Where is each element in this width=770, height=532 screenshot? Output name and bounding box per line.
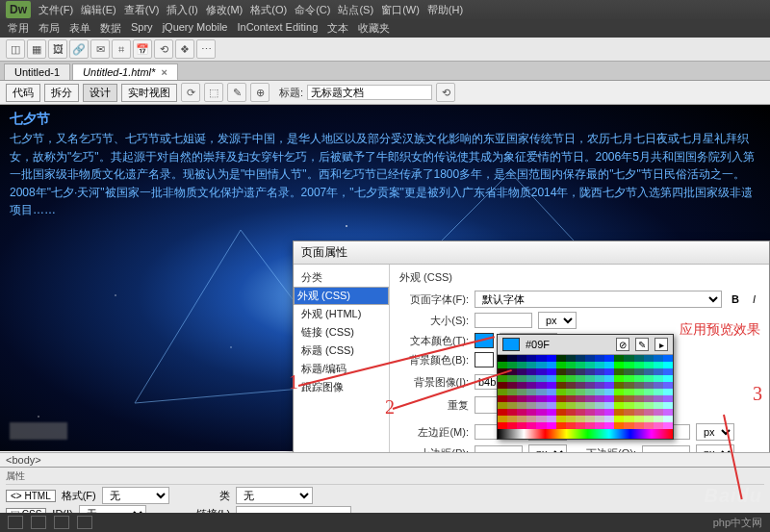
cat-form[interactable]: 表单 bbox=[69, 21, 90, 36]
tool-btn[interactable]: 🖼 bbox=[48, 39, 67, 59]
document-view-bar: 代码 拆分 设计 实时视图 ⟳ ⬚ ✎ ⊕ 标题: ⟲ bbox=[0, 81, 770, 105]
brand-watermark: php中文网 bbox=[713, 516, 762, 530]
category-item[interactable]: 外观 (HTML) bbox=[294, 305, 389, 323]
menu-help[interactable]: 帮助(H) bbox=[427, 3, 463, 17]
file-tab[interactable]: Untitled-1.html*× bbox=[72, 63, 178, 80]
censored-region bbox=[10, 422, 67, 440]
cat-spry[interactable]: Spry bbox=[131, 21, 153, 36]
insert-category-bar: 常用 布局 表单 数据 Spry jQuery Mobile InContext… bbox=[0, 19, 770, 38]
toolbar-icon[interactable]: ⟳ bbox=[181, 83, 200, 102]
mode-html-button[interactable]: <> HTML bbox=[6, 490, 56, 502]
color-picker-popup: #09F ⊘ ✎ ▸ bbox=[497, 334, 674, 440]
bar-icon[interactable] bbox=[54, 516, 69, 529]
file-tab-label: Untitled-1.html* bbox=[83, 66, 155, 78]
none-icon[interactable]: ⊘ bbox=[616, 338, 629, 351]
bar-icon[interactable] bbox=[8, 516, 23, 529]
textcolor-label: 文本颜色(T): bbox=[399, 334, 469, 348]
font-family-select[interactable]: 默认字体 bbox=[475, 291, 722, 308]
inspector-title: 属性 bbox=[6, 469, 764, 485]
cat-layout[interactable]: 布局 bbox=[38, 21, 60, 36]
menu-site[interactable]: 站点(S) bbox=[338, 3, 373, 17]
page-title-input[interactable] bbox=[307, 85, 432, 100]
dialog-title: 页面属性 bbox=[294, 241, 769, 265]
app-menubar: Dw 文件(F) 编辑(E) 查看(V) 插入(I) 修改(M) 格式(O) 命… bbox=[0, 0, 770, 19]
file-tab-label: Untitled-1 bbox=[14, 66, 60, 78]
category-item[interactable]: 跟踪图像 bbox=[294, 378, 389, 396]
menu-window[interactable]: 窗口(W) bbox=[381, 3, 420, 17]
class-label: 类 bbox=[219, 489, 230, 503]
menu-modify[interactable]: 修改(M) bbox=[206, 3, 244, 17]
view-live-button[interactable]: 实时视图 bbox=[121, 84, 177, 102]
insert-toolbar: ◫ ▦ 🖼 🔗 ✉ ⌗ 📅 ⟲ ❖ ⋯ bbox=[0, 38, 770, 62]
bottom-bar: php中文网 bbox=[0, 513, 770, 532]
toolbar-icon[interactable]: ✎ bbox=[227, 83, 246, 102]
menu-edit[interactable]: 编辑(E) bbox=[81, 3, 116, 17]
group-title: 外观 (CSS) bbox=[399, 270, 759, 285]
doc-heading: 七夕节 bbox=[0, 105, 770, 130]
title-label: 标题: bbox=[279, 86, 303, 100]
dw-logo: Dw bbox=[6, 1, 31, 18]
font-label: 页面字体(F): bbox=[399, 292, 469, 307]
websafe-color-grid[interactable] bbox=[498, 355, 673, 429]
file-tabstrip: Untitled-1 Untitled-1.html*× bbox=[0, 62, 770, 81]
cat-fav[interactable]: 收藏夹 bbox=[358, 21, 390, 36]
size-label: 大小(S): bbox=[399, 314, 469, 328]
margin-left-label: 左边距(M): bbox=[399, 425, 469, 440]
cat-data[interactable]: 数据 bbox=[100, 21, 121, 36]
bar-icon[interactable] bbox=[77, 516, 92, 529]
class-select[interactable]: 无 bbox=[236, 487, 313, 504]
category-item[interactable]: 标题 (CSS) bbox=[294, 342, 389, 360]
file-tab[interactable]: Untitled-1 bbox=[4, 63, 70, 80]
menu-insert[interactable]: 插入(I) bbox=[167, 3, 197, 17]
cat-common[interactable]: 常用 bbox=[8, 21, 29, 36]
bgcolor-label: 背景颜色(B): bbox=[399, 353, 469, 367]
category-item[interactable]: 标题/编码 bbox=[294, 360, 389, 378]
tool-btn[interactable]: 📅 bbox=[133, 39, 152, 59]
format-label: 格式(F) bbox=[62, 489, 96, 503]
textcolor-swatch[interactable] bbox=[475, 333, 494, 348]
toolbar-icon[interactable]: ⊕ bbox=[250, 83, 270, 102]
menu-format[interactable]: 格式(O) bbox=[250, 3, 287, 17]
unit-select[interactable]: px bbox=[696, 423, 734, 441]
picker-swatch bbox=[502, 338, 520, 351]
bar-icon[interactable] bbox=[31, 516, 46, 529]
repeat-label: 重复 bbox=[399, 398, 469, 413]
tool-btn[interactable]: ⟲ bbox=[154, 39, 173, 59]
close-icon[interactable]: × bbox=[161, 66, 167, 78]
more-icon[interactable]: ▸ bbox=[654, 338, 668, 351]
menu-command[interactable]: 命令(C) bbox=[295, 3, 330, 17]
tool-btn[interactable]: ❖ bbox=[175, 39, 194, 59]
toolbar-icon[interactable]: ⟲ bbox=[436, 83, 455, 102]
hue-bar[interactable] bbox=[498, 429, 673, 439]
cat-jqm[interactable]: jQuery Mobile bbox=[163, 21, 228, 36]
cat-text[interactable]: 文本 bbox=[327, 21, 348, 36]
tool-btn[interactable]: ✉ bbox=[90, 39, 110, 59]
tool-btn[interactable]: 🔗 bbox=[69, 39, 89, 59]
menu-view[interactable]: 查看(V) bbox=[124, 3, 160, 17]
tool-btn[interactable]: ⋯ bbox=[196, 39, 216, 59]
category-header: 分类 bbox=[294, 268, 389, 287]
bgimage-label: 背景图像(I): bbox=[399, 375, 469, 390]
italic-button[interactable]: I bbox=[749, 293, 759, 305]
property-inspector: 属性 <> HTML 格式(F) 无 类 无 ⬚ CSS ID(I) 无 链接(… bbox=[0, 467, 770, 513]
toolbar-icon[interactable]: ⬚ bbox=[204, 83, 223, 102]
category-item[interactable]: 链接 (CSS) bbox=[294, 323, 389, 342]
tool-btn[interactable]: ◫ bbox=[6, 39, 25, 59]
tag-selector-status[interactable]: <body> bbox=[0, 452, 770, 467]
category-pane: 分类 外观 (CSS) 外观 (HTML) 链接 (CSS) 标题 (CSS) … bbox=[294, 265, 390, 476]
view-split-button[interactable]: 拆分 bbox=[44, 84, 79, 102]
font-size-input[interactable] bbox=[475, 313, 532, 328]
eyedropper-icon[interactable]: ✎ bbox=[635, 338, 649, 351]
bgcolor-swatch[interactable] bbox=[475, 352, 494, 367]
font-size-unit[interactable]: px bbox=[538, 312, 577, 329]
tool-btn[interactable]: ▦ bbox=[27, 39, 46, 59]
format-select[interactable]: 无 bbox=[102, 487, 169, 504]
view-code-button[interactable]: 代码 bbox=[6, 84, 40, 102]
menu-file[interactable]: 文件(F) bbox=[38, 3, 73, 17]
view-design-button[interactable]: 设计 bbox=[83, 84, 117, 102]
tool-btn[interactable]: ⌗ bbox=[112, 39, 131, 59]
picker-value: #09F bbox=[526, 339, 610, 350]
category-item[interactable]: 外观 (CSS) bbox=[294, 287, 389, 305]
bold-button[interactable]: B bbox=[728, 293, 743, 305]
cat-ice[interactable]: InContext Editing bbox=[237, 21, 318, 36]
